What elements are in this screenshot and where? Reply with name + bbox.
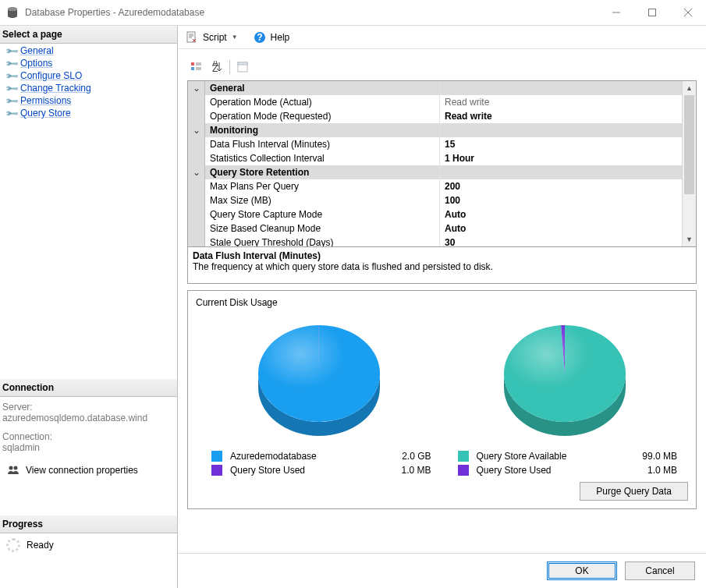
connection-value: sqladmin	[2, 442, 175, 453]
legend-swatch	[211, 465, 222, 476]
category-label: General	[205, 81, 439, 95]
property-value[interactable]: 15	[439, 137, 682, 151]
legend-value: 2.0 GB	[381, 451, 438, 462]
ok-button[interactable]: OK	[547, 561, 617, 580]
property-key: Max Size (MB)	[205, 193, 439, 207]
script-icon	[186, 31, 198, 44]
maximize-button[interactable]	[634, 0, 670, 25]
property-value[interactable]: Read write	[439, 109, 682, 123]
property-row[interactable]: Operation Mode (Actual)Read write	[188, 95, 682, 109]
property-category[interactable]: Query Store Retention	[188, 165, 682, 179]
scroll-down-button[interactable]: ▼	[683, 232, 696, 246]
connection-info: Server: azuredemosqldemo.database.wind C…	[0, 397, 177, 484]
script-button[interactable]: Script	[203, 32, 227, 43]
property-row[interactable]: Operation Mode (Requested)Read write	[188, 109, 682, 123]
sidebar-item-label: Query Store	[20, 108, 71, 119]
description-title: Data Flush Interval (Minutes)	[193, 250, 691, 261]
server-label: Server:	[2, 402, 175, 413]
property-pages-button[interactable]	[233, 58, 252, 76]
property-key: Data Flush Interval (Minutes)	[205, 137, 439, 151]
progress-spinner-icon	[6, 538, 20, 552]
property-value[interactable]: 30	[439, 236, 682, 246]
categorized-button[interactable]	[187, 58, 206, 76]
legend-swatch	[211, 451, 222, 462]
legend-label: Query Store Available	[477, 451, 628, 462]
help-icon: ?	[254, 31, 266, 44]
sidebar-item-permissions[interactable]: 🔧Permissions	[6, 94, 171, 107]
page-list: 🔧General🔧Options🔧Configure SLO🔧Change Tr…	[0, 44, 177, 124]
sidebar-item-label: Change Tracking	[20, 83, 91, 94]
legend-swatch	[458, 451, 469, 462]
legend-label: Azuredemodatabase	[230, 451, 381, 462]
alphabetical-button[interactable]: AZ	[208, 58, 226, 76]
property-value[interactable]: Read write	[439, 95, 682, 109]
property-row[interactable]: Statistics Collection Interval1 Hour	[188, 151, 682, 165]
svg-rect-12	[238, 62, 247, 65]
minimize-button[interactable]	[598, 0, 634, 25]
legend-value: 99.0 MB	[627, 451, 683, 462]
svg-rect-8	[191, 67, 194, 70]
svg-point-3	[14, 466, 18, 470]
legend-value: 1.0 MB	[627, 465, 683, 476]
sidebar-item-label: General	[20, 45, 54, 56]
right-pane: Script ▼ ? Help AZ GeneralOperation Mode…	[177, 26, 706, 588]
purge-query-data-button[interactable]: Purge Query Data	[580, 482, 688, 501]
chart-right: Query Store Available99.0 MBQuery Store …	[442, 314, 689, 477]
legend-row: Query Store Used1.0 MB	[447, 463, 684, 477]
svg-point-2	[9, 466, 13, 470]
property-value[interactable]: 100	[439, 193, 682, 207]
property-value[interactable]: 200	[439, 179, 682, 193]
property-grid-table[interactable]: GeneralOperation Mode (Actual)Read write…	[188, 81, 682, 246]
property-category[interactable]: Monitoring	[188, 123, 682, 137]
description-text: The frequency at which query store data …	[193, 261, 691, 272]
property-row[interactable]: Max Plans Per Query200	[188, 179, 682, 193]
category-label: Query Store Retention	[205, 165, 439, 179]
category-label: Monitoring	[205, 123, 439, 137]
sidebar-item-change-tracking[interactable]: 🔧Change Tracking	[6, 82, 171, 94]
legend-label: Query Store Used	[230, 465, 381, 476]
property-category[interactable]: General	[188, 81, 682, 95]
property-grid-toolbar: AZ	[187, 57, 697, 80]
pie-chart-querystore	[491, 314, 639, 443]
legend-label: Query Store Used	[477, 465, 628, 476]
property-row[interactable]: Data Flush Interval (Minutes)15	[188, 137, 682, 151]
property-value[interactable]: Auto	[439, 207, 682, 221]
property-key: Operation Mode (Requested)	[205, 109, 439, 123]
property-row[interactable]: Query Store Capture ModeAuto	[188, 207, 682, 221]
property-value[interactable]: Auto	[439, 221, 682, 236]
svg-rect-1	[649, 9, 656, 16]
cancel-button[interactable]: Cancel	[625, 561, 695, 580]
sidebar-item-query-store[interactable]: 🔧Query Store	[6, 107, 171, 119]
legend-database: Azuredemodatabase2.0 GBQuery Store Used1…	[196, 449, 442, 477]
property-grid: GeneralOperation Mode (Actual)Read write…	[187, 80, 697, 247]
chart-left: Azuredemodatabase2.0 GBQuery Store Used1…	[196, 314, 442, 477]
sidebar-item-options[interactable]: 🔧Options	[6, 57, 171, 69]
property-grid-scrollbar[interactable]: ▲ ▼	[682, 81, 696, 246]
scroll-thumb[interactable]	[684, 95, 694, 194]
property-row[interactable]: Size Based Cleanup ModeAuto	[188, 221, 682, 236]
property-row[interactable]: Max Size (MB)100	[188, 193, 682, 207]
progress-header: Progress	[0, 515, 177, 533]
dialog-buttons: OK Cancel	[178, 553, 706, 588]
sidebar-item-configure-slo[interactable]: 🔧Configure SLO	[6, 69, 171, 82]
scroll-up-button[interactable]: ▲	[683, 81, 696, 95]
view-connection-properties-link[interactable]: View connection properties	[2, 461, 175, 480]
property-key: Query Store Capture Mode	[205, 207, 439, 221]
property-value[interactable]: 1 Hour	[439, 151, 682, 165]
sidebar-item-general[interactable]: 🔧General	[6, 44, 171, 57]
property-row[interactable]: Stale Query Threshold (Days)30	[188, 236, 682, 246]
connection-header: Connection	[0, 379, 177, 397]
legend-value: 1.0 MB	[381, 465, 438, 476]
svg-point-13	[258, 325, 380, 422]
connection-label: Connection:	[2, 431, 175, 442]
help-button[interactable]: Help	[271, 32, 290, 43]
svg-point-14	[504, 325, 626, 422]
sidebar-item-label: Configure SLO	[20, 70, 82, 81]
close-button[interactable]	[670, 0, 706, 25]
script-dropdown-icon[interactable]: ▼	[232, 34, 238, 41]
disk-usage-box: Current Disk Usage Azuredemodatabase2.0 …	[187, 290, 697, 509]
property-key: Size Based Cleanup Mode	[205, 221, 439, 236]
legend-swatch	[458, 465, 469, 476]
property-key: Stale Query Threshold (Days)	[205, 236, 439, 246]
progress-status: Ready	[27, 540, 54, 551]
